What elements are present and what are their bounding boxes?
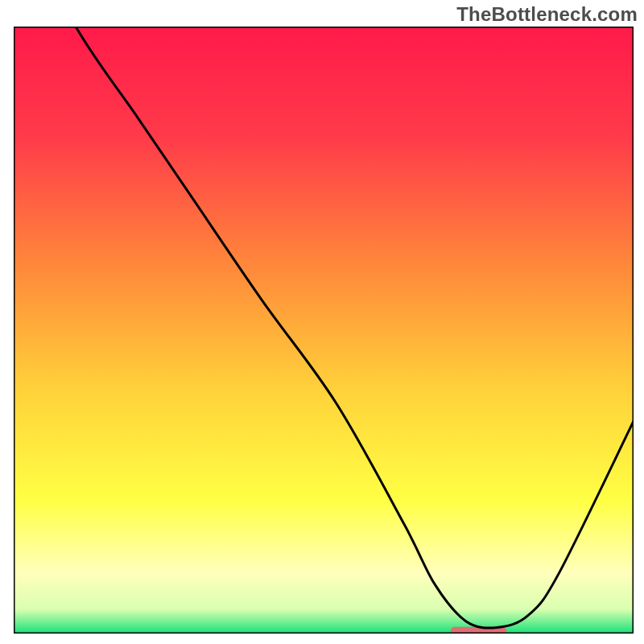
chart-container: TheBottleneck.com (0, 0, 644, 644)
gradient-background (14, 27, 634, 634)
watermark-text: TheBottleneck.com (456, 3, 638, 26)
plot-area (14, 27, 634, 634)
chart-svg (14, 27, 634, 634)
